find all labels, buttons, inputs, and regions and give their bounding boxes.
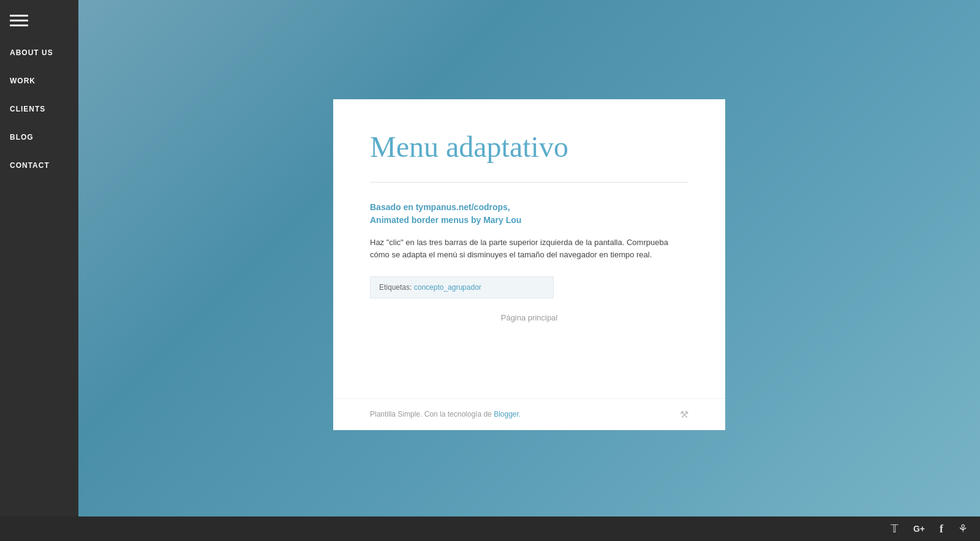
sidebar-item-work[interactable]: WORK	[0, 67, 78, 95]
content-card: Menu adaptativo Basado en tympanus.net/c…	[333, 99, 725, 430]
hamburger-line-1	[10, 15, 28, 17]
sidebar-item-clients[interactable]: CLIENTS	[0, 95, 78, 123]
wrench-icon: ⚒	[680, 409, 688, 420]
card-title: Menu adaptativo	[370, 130, 688, 164]
hamburger-line-2	[10, 20, 28, 21]
google-plus-icon[interactable]: G+	[913, 524, 925, 534]
pagination-link[interactable]: Página principal	[370, 313, 688, 322]
tags-label: Etiquetas:	[379, 283, 412, 292]
twitter-icon[interactable]: 𝕋	[891, 522, 899, 535]
main-content: Menu adaptativo Basado en tympanus.net/c…	[78, 0, 980, 541]
card-subtitle: Basado en tympanus.net/codrops, Animated…	[370, 201, 688, 227]
hamburger-line-3	[10, 25, 28, 26]
bottom-bar: 𝕋 G+ f ⚘	[0, 516, 980, 541]
sidebar-item-blog[interactable]: BLOG	[0, 123, 78, 151]
hamburger-button[interactable]	[0, 9, 78, 39]
facebook-icon[interactable]: f	[940, 523, 943, 535]
app-layout: ABOUT US WORK CLIENTS BLOG CONTACT Menu …	[0, 0, 980, 541]
card-divider	[370, 182, 688, 183]
card-footer: Plantilla Simple. Con la tecnología de B…	[333, 398, 725, 430]
sidebar-item-contact[interactable]: CONTACT	[0, 151, 78, 180]
footer-link[interactable]: Blogger.	[494, 410, 521, 418]
sidebar-item-about-us[interactable]: ABOUT US	[0, 39, 78, 67]
card-body: Haz "clic" en las tres barras de la part…	[370, 236, 688, 262]
github-icon[interactable]: ⚘	[958, 522, 968, 535]
tags-link[interactable]: concepto_agrupador	[414, 283, 481, 292]
footer-text: Plantilla Simple. Con la tecnología de B…	[370, 410, 521, 418]
sidebar: ABOUT US WORK CLIENTS BLOG CONTACT	[0, 0, 78, 541]
card-tags: Etiquetas: concepto_agrupador	[370, 276, 554, 298]
